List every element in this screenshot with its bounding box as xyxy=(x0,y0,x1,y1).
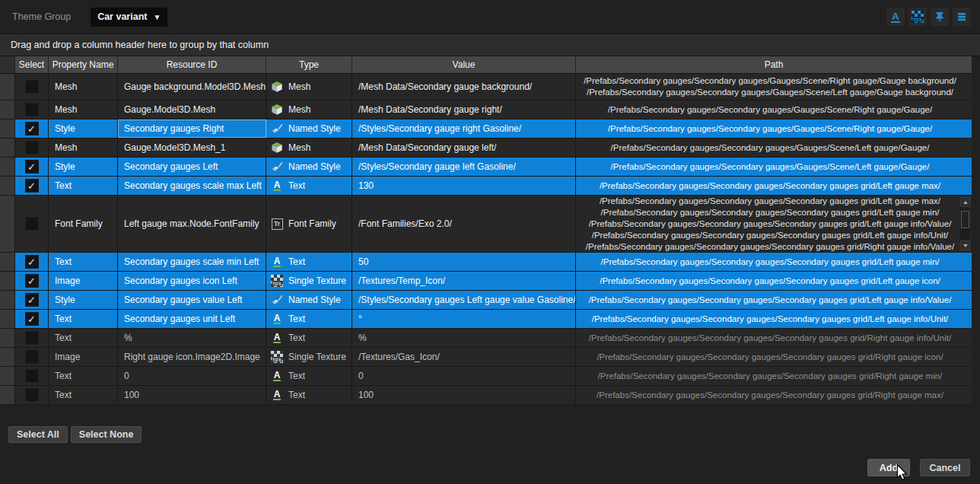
row-checkbox[interactable]: ✓ xyxy=(25,293,39,307)
property-name-cell: Image xyxy=(49,348,118,366)
table-row[interactable]: MeshGauge.Model3D.MeshMesh/Mesh Data/Sec… xyxy=(0,100,972,119)
type-label: Mesh xyxy=(288,104,310,115)
resource-id-cell: Secondary gauges value Left xyxy=(118,291,266,309)
table-row[interactable]: ✓StyleSecondary gauges LeftNamed Style/S… xyxy=(0,158,972,177)
table-row[interactable]: MeshGauge.Model3D.Mesh_1Mesh/Mesh Data/S… xyxy=(0,139,972,158)
select-cell: ✓ xyxy=(15,310,49,328)
select-cell xyxy=(15,348,49,366)
select-cell: ✓ xyxy=(15,177,49,195)
select-none-button[interactable]: Select None xyxy=(71,426,142,443)
table-row[interactable]: ✓TextSecondary gauges unit LeftAText°/Pr… xyxy=(0,310,972,329)
table-row[interactable]: ✓ImageSecondary gauges icon Left TEXSing… xyxy=(0,272,972,291)
path-cell: /Prefabs/Secondary gauges/Secondary gaug… xyxy=(576,119,972,138)
path-cell-scrollbar[interactable] xyxy=(960,197,970,250)
table-row[interactable]: MeshGauge background.Model3D.MeshMesh/Me… xyxy=(0,74,972,100)
row-checkbox[interactable] xyxy=(25,217,39,231)
row-checkbox[interactable]: ✓ xyxy=(25,179,39,193)
table-row[interactable]: ImageRight gauge icon.Image2D.Image TEXS… xyxy=(0,348,972,367)
row-checkbox[interactable]: ✓ xyxy=(25,312,39,326)
font-resources-icon[interactable]: A xyxy=(886,8,905,26)
row-checkbox[interactable] xyxy=(25,141,39,154)
path-cell: /Prefabs/Secondary gauges/Secondary gaug… xyxy=(576,291,972,309)
type-label: Text xyxy=(288,371,305,381)
row-handle xyxy=(0,386,15,404)
row-handle xyxy=(0,329,15,347)
type-cell: AText xyxy=(266,329,352,347)
select-cell xyxy=(15,100,49,119)
path-line: /Prefabs/Secondary gauges/Secondary gaug… xyxy=(592,230,949,241)
text-icon: A xyxy=(271,332,283,344)
table-row[interactable]: ✓TextSecondary gauges scale min LeftATex… xyxy=(0,253,972,272)
header-path[interactable]: Path xyxy=(576,56,972,74)
value-cell: /Styles/Secondary gauge right Gasoline/ xyxy=(352,119,576,138)
row-checkbox[interactable] xyxy=(25,388,39,402)
table-row[interactable]: ✓TextSecondary gauges scale max LeftATex… xyxy=(0,177,972,196)
pushpin-icon[interactable] xyxy=(931,8,949,26)
mesh-icon xyxy=(271,103,283,116)
font-family-icon: Tr xyxy=(271,218,283,230)
header-property-name[interactable]: Property Name xyxy=(49,56,118,74)
table-row[interactable]: ✓StyleSecondary gauges RightNamed Style/… xyxy=(0,119,972,139)
table-row[interactable]: Text0AText0/Prefabs/Secondary gauges/Sec… xyxy=(0,367,972,386)
path-line: /Prefabs/Secondary gauges/Secondary gaug… xyxy=(589,295,952,306)
table-row[interactable]: Text%AText%/Prefabs/Secondary gauges/Sec… xyxy=(0,329,972,348)
resource-id-cell: % xyxy=(118,329,266,347)
table-row[interactable]: Text100AText100/Prefabs/Secondary gauges… xyxy=(0,386,972,405)
resource-id-cell: Secondary gauges Right xyxy=(118,119,266,138)
header-lead-cell xyxy=(0,56,15,74)
header-select[interactable]: Select xyxy=(15,56,49,74)
resource-id-cell: Secondary gauges unit Left xyxy=(118,310,266,328)
path-line: /Prefabs/Secondary gauges/Secondary gaug… xyxy=(587,87,953,98)
row-checkbox[interactable]: ✓ xyxy=(25,160,39,174)
add-button[interactable]: Add xyxy=(867,459,910,476)
scrollbar-thumb[interactable] xyxy=(961,211,969,228)
value-cell: 130 xyxy=(352,177,576,195)
type-label: Text xyxy=(288,314,305,324)
group-by-drop-area[interactable]: Drag and drop a column header here to gr… xyxy=(0,33,980,56)
select-cell: ✓ xyxy=(15,253,49,271)
svg-text:TEX: TEX xyxy=(272,282,282,286)
table-row[interactable]: ✓StyleSecondary gauges value LeftNamed S… xyxy=(0,291,972,310)
table-row[interactable]: Font FamilyLeft gauge max.Node.FontFamil… xyxy=(0,196,972,253)
row-checkbox[interactable]: ✓ xyxy=(25,274,39,288)
row-checkbox[interactable] xyxy=(25,103,39,116)
resource-id-cell: Left gauge max.Node.FontFamily xyxy=(118,196,266,252)
select-all-button[interactable]: Select All xyxy=(8,426,68,443)
row-checkbox[interactable]: ✓ xyxy=(25,255,39,269)
scroll-up-icon[interactable] xyxy=(960,197,970,207)
header-value[interactable]: Value xyxy=(352,56,576,74)
theme-group-dropdown[interactable]: Car variant ▼ xyxy=(91,8,167,27)
row-handle xyxy=(0,253,15,271)
row-checkbox[interactable] xyxy=(25,369,39,383)
header-type[interactable]: Type xyxy=(266,56,352,74)
type-cell: Named Style xyxy=(266,119,352,138)
row-handle xyxy=(0,310,15,328)
path-cell: /Prefabs/Secondary gauges/Secondary gaug… xyxy=(576,74,972,100)
path-cell: /Prefabs/Secondary gauges/Secondary gaug… xyxy=(576,100,972,119)
type-cell: TrFont Family xyxy=(266,196,352,252)
path-cell: /Prefabs/Secondary gauges/Secondary gaug… xyxy=(576,196,972,252)
property-name-cell: Text xyxy=(49,367,118,385)
type-cell: TEXSingle Texture xyxy=(266,348,352,366)
textures-icon[interactable]: TEX xyxy=(908,8,927,26)
row-checkbox[interactable] xyxy=(25,331,39,345)
row-checkbox[interactable]: ✓ xyxy=(25,122,39,135)
type-cell: AText xyxy=(266,386,352,404)
path-cell: /Prefabs/Secondary gauges/Secondary gaug… xyxy=(576,310,972,328)
scroll-down-icon[interactable] xyxy=(960,240,970,250)
mesh-icon xyxy=(271,81,283,93)
row-checkbox[interactable] xyxy=(25,80,39,94)
named-style-icon xyxy=(271,123,283,135)
type-label: Text xyxy=(288,256,305,267)
header-resource-id[interactable]: Resource ID xyxy=(118,56,266,74)
path-line: /Prefabs/Secondary gauges/Secondary gaug… xyxy=(589,218,952,230)
resource-id-cell: Secondary gauges scale min Left xyxy=(118,253,266,271)
row-handle xyxy=(0,100,15,119)
properties-table: Select Property Name Resource ID Type Va… xyxy=(0,56,972,405)
text-icon: A xyxy=(271,256,283,268)
path-cell: /Prefabs/Secondary gauges/Secondary gaug… xyxy=(576,348,972,366)
list-icon[interactable] xyxy=(953,8,971,26)
cancel-button[interactable]: Cancel xyxy=(920,459,970,476)
path-line: /Prefabs/Secondary gauges/Secondary gaug… xyxy=(611,142,930,154)
row-checkbox[interactable] xyxy=(25,350,39,364)
